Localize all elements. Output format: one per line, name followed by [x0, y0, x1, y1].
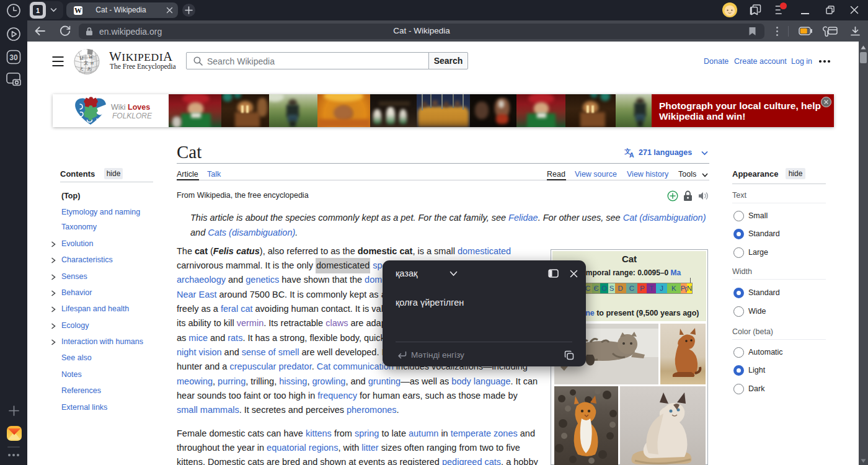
- svg-text:あ: あ: [87, 66, 92, 71]
- svg-text:W: W: [89, 55, 94, 60]
- svg-text:Ω: Ω: [80, 55, 84, 61]
- svg-text:A: A: [629, 151, 634, 158]
- svg-text:И: И: [91, 61, 94, 66]
- svg-text:1: 1: [36, 7, 40, 14]
- svg-text:30: 30: [9, 53, 18, 62]
- svg-text:文: 文: [84, 60, 89, 66]
